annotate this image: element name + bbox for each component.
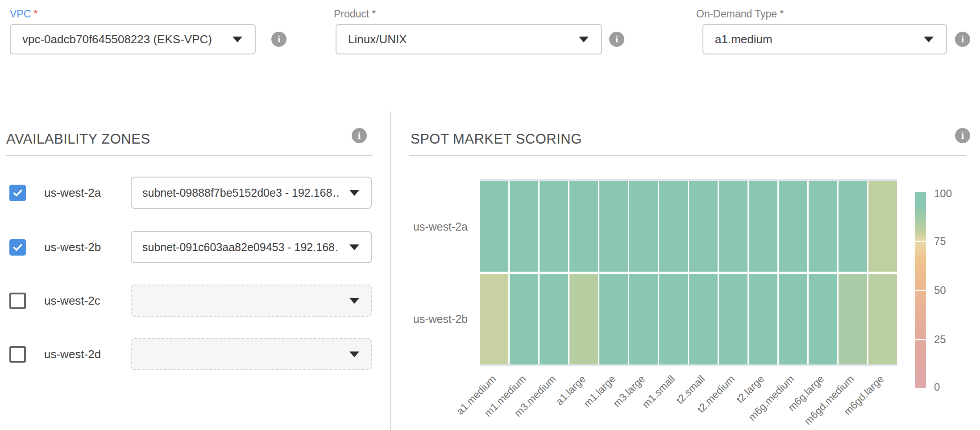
section-divider bbox=[390, 112, 391, 430]
product-required-mark: * bbox=[372, 8, 376, 20]
chevron-down-icon bbox=[579, 37, 589, 42]
vpc-label: VPC* bbox=[10, 8, 37, 20]
heatmap-cell bbox=[540, 181, 568, 272]
chevron-down-icon bbox=[924, 37, 934, 42]
az-row-us-west-2b: us-west-2bsubnet-091c603aa82e09453 - 192… bbox=[9, 231, 372, 263]
zone-label-us-west-2c: us-west-2c bbox=[44, 294, 100, 308]
subnet-select-us-west-2b[interactable]: subnet-091c603aa82e09453 - 192.168… bbox=[131, 231, 372, 263]
heatmap-cell bbox=[839, 181, 867, 272]
zone-checkbox-us-west-2c[interactable] bbox=[9, 293, 26, 309]
az-row-us-west-2d: us-west-2d bbox=[9, 338, 372, 370]
subnet-select-us-west-2c[interactable] bbox=[131, 285, 372, 317]
vpc-info-icon[interactable]: i bbox=[271, 32, 287, 47]
chevron-down-icon bbox=[349, 244, 359, 250]
colorbar-tick bbox=[915, 241, 926, 242]
product-label: Product* bbox=[334, 8, 376, 20]
zone-checkbox-us-west-2d[interactable] bbox=[9, 346, 26, 363]
heatmap-row-label: us-west-2b bbox=[397, 313, 468, 326]
heatmap-cell bbox=[599, 181, 628, 272]
heatmap-cell bbox=[749, 181, 777, 272]
colorbar-label-75: 75 bbox=[934, 235, 946, 248]
heatmap-cell bbox=[510, 181, 538, 272]
heatmap-cell bbox=[659, 181, 688, 272]
spot-config-page: VPC* vpc-0adcb70f645508223 (EKS-VPC) i P… bbox=[0, 0, 980, 430]
heatmap-cell bbox=[779, 181, 807, 272]
vpc-label-text: VPC bbox=[10, 8, 31, 20]
on-demand-type-info-icon[interactable]: i bbox=[955, 32, 970, 47]
on-demand-type-required-mark: * bbox=[780, 8, 784, 20]
heatmap-cell bbox=[510, 274, 538, 364]
zone-label-us-west-2b: us-west-2b bbox=[44, 240, 101, 254]
check-icon bbox=[12, 187, 24, 199]
heatmap-cell bbox=[569, 181, 598, 272]
heatmap-cell bbox=[779, 274, 807, 364]
chevron-down-icon bbox=[233, 37, 242, 42]
heatmap-cell bbox=[689, 181, 718, 272]
product-info-icon[interactable]: i bbox=[609, 32, 624, 47]
zone-label-us-west-2a: us-west-2a bbox=[44, 186, 101, 200]
on-demand-type-label: On-Demand Type* bbox=[696, 8, 784, 20]
zone-checkbox-us-west-2a[interactable] bbox=[9, 185, 26, 201]
heatmap-cell bbox=[599, 274, 628, 364]
colorbar-label-25: 25 bbox=[934, 333, 946, 346]
heatmap-cell bbox=[569, 274, 598, 364]
availability-zones-divider bbox=[6, 155, 373, 156]
heatmap-cell bbox=[629, 274, 658, 364]
chevron-down-icon bbox=[349, 351, 359, 357]
heatmap-cell bbox=[749, 274, 777, 364]
az-row-us-west-2a: us-west-2asubnet-09888f7be5152d0e3 - 192… bbox=[9, 177, 372, 209]
vpc-select[interactable]: vpc-0adcb70f645508223 (EKS-VPC) bbox=[10, 24, 256, 54]
spot-market-scoring-title: SPOT MARKET SCORING bbox=[411, 131, 582, 147]
product-select-value: Linux/UNIX bbox=[336, 33, 407, 46]
colorbar-tick bbox=[915, 290, 926, 291]
on-demand-type-label-text: On-Demand Type bbox=[696, 8, 777, 20]
vpc-select-value: vpc-0adcb70f645508223 (EKS-VPC) bbox=[11, 33, 212, 46]
az-row-us-west-2c: us-west-2c bbox=[9, 285, 372, 317]
colorbar-label-100: 100 bbox=[934, 187, 952, 200]
colorbar-label-0: 0 bbox=[934, 381, 940, 393]
availability-zones-info-icon[interactable]: i bbox=[352, 128, 367, 143]
spot-market-scoring-divider bbox=[409, 155, 966, 156]
heatmap-row-label: us-west-2a bbox=[397, 220, 468, 233]
product-label-text: Product bbox=[334, 8, 369, 20]
heatmap-cell bbox=[868, 274, 897, 364]
subnet-select-us-west-2a[interactable]: subnet-09888f7be5152d0e3 - 192.168… bbox=[131, 177, 372, 209]
subnet-select-us-west-2d[interactable] bbox=[131, 338, 372, 370]
heatmap-cell bbox=[839, 274, 867, 364]
chevron-down-icon bbox=[349, 190, 359, 196]
heatmap-cell bbox=[809, 274, 837, 364]
subnet-select-value: subnet-09888f7be5152d0e3 - 192.168… bbox=[132, 186, 339, 199]
heatmap-cell bbox=[689, 274, 718, 364]
subnet-select-value: subnet-091c603aa82e09453 - 192.168… bbox=[132, 241, 339, 254]
spot-scoring-heatmap bbox=[480, 179, 897, 366]
heatmap-cell bbox=[629, 181, 658, 272]
heatmap-cell bbox=[540, 274, 568, 364]
heatmap-cell bbox=[480, 181, 508, 272]
heatmap-cell bbox=[868, 181, 897, 272]
check-icon bbox=[12, 241, 24, 253]
heatmap-cell bbox=[480, 274, 508, 364]
heatmap-cell bbox=[719, 274, 747, 364]
vpc-required-mark: * bbox=[33, 8, 37, 20]
colorbar-tick bbox=[915, 339, 926, 340]
zone-checkbox-us-west-2b[interactable] bbox=[9, 239, 26, 256]
chevron-down-icon bbox=[349, 298, 359, 304]
on-demand-type-select-value: a1.medium bbox=[703, 33, 772, 46]
availability-zones-title: AVAILABILITY ZONES bbox=[6, 131, 150, 147]
product-select[interactable]: Linux/UNIX bbox=[336, 24, 602, 54]
heatmap-cell bbox=[719, 181, 747, 272]
on-demand-type-select[interactable]: a1.medium bbox=[702, 24, 947, 54]
zone-label-us-west-2d: us-west-2d bbox=[44, 347, 101, 361]
colorbar-label-50: 50 bbox=[934, 284, 946, 297]
heatmap-cell bbox=[809, 181, 837, 272]
spot-market-scoring-info-icon[interactable]: i bbox=[955, 128, 970, 143]
heatmap-colorbar bbox=[915, 192, 926, 388]
heatmap-cell bbox=[659, 274, 688, 364]
